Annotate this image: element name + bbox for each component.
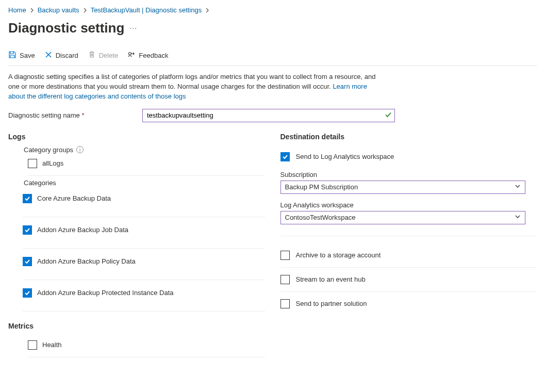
trash-icon bbox=[88, 51, 96, 60]
intro-text-body: A diagnostic setting specifies a list of… bbox=[8, 73, 375, 90]
delete-label: Delete bbox=[99, 52, 119, 59]
cat-protected-checkbox[interactable] bbox=[23, 288, 32, 298]
send-la-checkbox[interactable] bbox=[280, 152, 290, 161]
partner-checkbox[interactable] bbox=[280, 299, 290, 308]
subscription-label: Subscription bbox=[280, 171, 537, 178]
subscription-select[interactable]: Backup PM Subscription bbox=[280, 181, 525, 194]
feedback-icon bbox=[127, 51, 136, 60]
category-groups-label: Category groups i bbox=[24, 146, 265, 154]
cat-policy-label: Addon Azure Backup Policy Data bbox=[37, 257, 136, 265]
page-title: Diagnostic setting bbox=[8, 20, 124, 36]
la-workspace-select[interactable]: ContosoTestWorkspace bbox=[280, 211, 525, 224]
intro-text: A diagnostic setting specifies a list of… bbox=[8, 72, 379, 102]
more-icon[interactable]: ··· bbox=[129, 24, 137, 32]
checkmark-icon bbox=[385, 111, 392, 120]
breadcrumb-vault-diagnostics[interactable]: TestBackupVault | Diagnostic settings bbox=[91, 6, 202, 14]
save-button[interactable]: Save bbox=[8, 51, 35, 60]
toolbar: Save Discard Delete Feedback bbox=[8, 47, 537, 66]
metrics-heading: Metrics bbox=[8, 322, 265, 330]
stream-checkbox[interactable] bbox=[280, 275, 290, 284]
setting-name-input[interactable] bbox=[142, 109, 395, 122]
feedback-label: Feedback bbox=[139, 52, 168, 59]
breadcrumb-home[interactable]: Home bbox=[8, 6, 26, 14]
breadcrumb: Home Backup vaults TestBackupVault | Dia… bbox=[8, 6, 537, 14]
cat-protected-label: Addon Azure Backup Protected Instance Da… bbox=[37, 289, 174, 297]
archive-checkbox[interactable] bbox=[280, 251, 290, 260]
required-indicator: * bbox=[81, 111, 84, 119]
chevron-down-icon bbox=[515, 183, 521, 191]
stream-label: Stream to an event hub bbox=[296, 275, 366, 283]
send-la-label: Send to Log Analytics workspace bbox=[296, 153, 394, 160]
save-label: Save bbox=[20, 52, 35, 59]
cat-job-label: Addon Azure Backup Job Data bbox=[37, 226, 128, 234]
alllogs-checkbox[interactable] bbox=[28, 159, 37, 168]
setting-name-label: Diagnostic setting name * bbox=[8, 111, 137, 119]
cat-core-label: Core Azure Backup Data bbox=[37, 194, 111, 202]
discard-button[interactable]: Discard bbox=[44, 51, 78, 60]
subscription-value: Backup PM Subscription bbox=[285, 183, 358, 191]
discard-label: Discard bbox=[56, 52, 78, 59]
health-checkbox[interactable] bbox=[28, 340, 37, 350]
logs-heading: Logs bbox=[8, 133, 265, 141]
cat-job-checkbox[interactable] bbox=[23, 225, 32, 235]
svg-point-0 bbox=[129, 53, 131, 55]
chevron-down-icon bbox=[515, 214, 521, 221]
categories-label: Categories bbox=[24, 179, 265, 187]
partner-label: Send to partner solution bbox=[296, 300, 367, 307]
info-icon[interactable]: i bbox=[76, 146, 84, 153]
chevron-right-icon bbox=[205, 7, 210, 14]
destination-heading: Destination details bbox=[280, 133, 537, 141]
delete-button: Delete bbox=[88, 51, 119, 60]
chevron-right-icon bbox=[29, 7, 35, 14]
save-icon bbox=[8, 51, 16, 60]
cat-policy-checkbox[interactable] bbox=[23, 257, 32, 266]
cat-core-checkbox[interactable] bbox=[23, 194, 32, 203]
health-label: Health bbox=[42, 341, 62, 349]
la-workspace-label: Log Analytics workspace bbox=[280, 201, 537, 209]
close-icon bbox=[44, 51, 53, 60]
breadcrumb-vaults[interactable]: Backup vaults bbox=[38, 6, 79, 14]
la-workspace-value: ContosoTestWorkspace bbox=[285, 214, 356, 221]
chevron-right-icon bbox=[82, 7, 88, 14]
alllogs-label: allLogs bbox=[42, 159, 63, 167]
logs-column: Logs Category groups i allLogs Categorie… bbox=[8, 133, 265, 357]
archive-label: Archive to a storage account bbox=[296, 251, 381, 259]
destination-column: Destination details Send to Log Analytic… bbox=[280, 133, 537, 357]
feedback-button[interactable]: Feedback bbox=[127, 51, 168, 60]
